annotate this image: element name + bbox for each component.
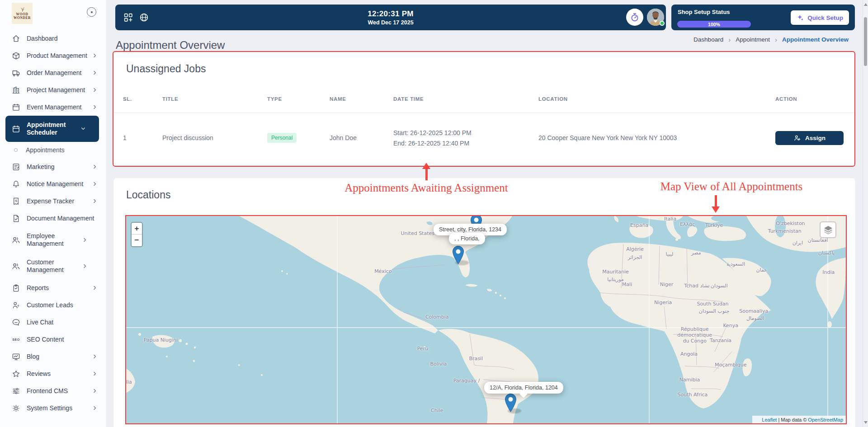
clock-time: 12:20:31 PM (368, 9, 414, 19)
chevron-right-icon (92, 353, 98, 360)
sidebar-item-reviews[interactable]: Reviews (0, 365, 106, 382)
sidebar-item-appointment-scheduler[interactable]: Appointment Scheduler (5, 116, 99, 142)
sidebar-item-employee-management[interactable]: Employee Management (0, 227, 106, 253)
popup-text: , , Florida, (454, 235, 480, 242)
map-country-label: الجزائر (628, 254, 642, 260)
sidebar-item-seo-content[interactable]: SEO Content (0, 331, 106, 348)
sliders-icon (12, 387, 20, 395)
shop-setup-progressbar[interactable]: 100% (677, 21, 751, 28)
end-datetime: End: 26-12-2025 12:40 PM (393, 140, 538, 147)
brand-logo[interactable]: WOOD WONDER (12, 3, 33, 24)
sidebar-item-document-management[interactable]: Document Management (0, 210, 106, 227)
chevron-right-icon (92, 198, 98, 204)
map-country-label: O'zbekiston (776, 221, 805, 226)
sparkles-icon (797, 14, 804, 22)
sidebar-item-label: System Settings (27, 404, 92, 412)
sidebar-item-label: Customer Management (27, 258, 82, 274)
map-country-label: India (822, 269, 835, 275)
sidebar-item-project-management[interactable]: Project Management (0, 81, 106, 99)
column-header-location: LOCATION (538, 96, 775, 102)
sidebar-nav: Dashboard Product Management Order Manag… (0, 30, 106, 417)
stopwatch-icon (630, 12, 640, 22)
shop-setup-panel: Shop Setup Status 100% Quick Setup (671, 5, 855, 30)
map-layers-control[interactable] (820, 221, 836, 238)
app-window: WOOD WONDER Dashboard Product Management… (0, 0, 868, 427)
breadcrumb-dashboard[interactable]: Dashboard (693, 36, 723, 43)
openstreetmap-link[interactable]: OpenStreetMap (808, 417, 843, 422)
map-marker[interactable] (505, 394, 516, 412)
chevron-right-icon (92, 388, 98, 394)
clock-date: Wed Dec 17 2025 (368, 19, 413, 26)
sidebar-item-reports[interactable]: Reports (0, 279, 106, 296)
annotation-arrow-up (422, 163, 430, 169)
sidebar-item-dashboard[interactable]: Dashboard (0, 30, 106, 47)
ukraine-flag-icon (755, 418, 760, 422)
shop-setup-title: Shop Setup Status (678, 9, 730, 15)
zoom-in-button[interactable]: + (132, 223, 142, 235)
map-country-label: Tchad تشاد (684, 283, 709, 289)
map-popup[interactable]: 12/A, Florida, Florida, 1204 (484, 382, 563, 394)
sidebar-item-blog[interactable]: Blog (0, 348, 106, 365)
table-row: 1 Project discussion Personal John Doe S… (113, 113, 854, 156)
map-zoom-control: + − (131, 222, 143, 247)
sidebar-item-expense-tracker[interactable]: Expense Tracker (0, 192, 106, 210)
unassigned-jobs-title: Unassigned Jobs (126, 63, 206, 75)
sidebar-item-label: Blog (27, 353, 92, 361)
leaflet-map[interactable]: United States México Colombia Perú Boliv… (126, 216, 846, 423)
map-popup[interactable]: , , Florida, (449, 233, 485, 244)
scroll-down-arrow[interactable] (864, 421, 868, 424)
chevron-right-icon (92, 371, 98, 377)
breadcrumb-appointment[interactable]: Appointment (736, 36, 770, 43)
vertical-scrollbar[interactable] (863, 0, 868, 427)
scrollbar-thumb[interactable] (864, 17, 867, 66)
sidebar-item-label: Appointments (26, 146, 98, 154)
popup-text: 12/A, Florida, Florida, 1204 (490, 385, 558, 391)
sidebar-item-marketing[interactable]: Marketing (0, 158, 106, 175)
annotation-arrow-shaft (715, 195, 717, 207)
cell-sl: 1 (123, 134, 162, 141)
cell-title: Project discussion (162, 134, 267, 141)
sidebar-collapse-button[interactable] (87, 7, 96, 17)
chevron-right-icon (92, 104, 98, 110)
sidebar-item-system-settings[interactable]: System Settings (0, 399, 106, 417)
map-country-label: Mauritanie (602, 269, 629, 275)
chevron-right-icon (92, 87, 98, 93)
map-marker[interactable] (453, 246, 464, 264)
sidebar-item-notice-management[interactable]: Notice Management (0, 175, 106, 192)
sidebar-item-event-management[interactable]: Event Management (0, 99, 106, 116)
sidebar-item-frontend-cms[interactable]: Frontend CMS (0, 382, 106, 399)
sidebar-item-customer-management[interactable]: Customer Management (0, 253, 106, 279)
calendar-icon (12, 103, 20, 112)
timer-button[interactable] (626, 9, 643, 26)
map-country-label: Bolivia (430, 361, 447, 367)
attribution-text: | Map data © (778, 417, 807, 422)
sidebar-item-customer-leads[interactable]: Customer Leads (0, 296, 106, 314)
column-header-datetime: DATE TIME (393, 96, 538, 102)
sidebar-item-order-management[interactable]: Order Management (0, 64, 106, 81)
quick-setup-button[interactable]: Quick Setup (791, 10, 849, 25)
sidebar-item-product-management[interactable]: Product Management (0, 47, 106, 64)
sidebar-item-appointments[interactable]: Appointments (0, 142, 106, 158)
map-country-label: Niger (660, 282, 674, 287)
cell-action: Assign (775, 131, 844, 145)
zoom-out-button[interactable]: − (132, 235, 142, 246)
map-country-label: Papua Niugini (144, 337, 178, 343)
leaflet-link[interactable]: Leaflet (762, 417, 777, 422)
sidebar-item-live-chat[interactable]: Live Chat (0, 314, 106, 331)
users-icon (12, 236, 20, 244)
cell-datetime: Start: 26-12-2025 12:00 PM End: 26-12-20… (393, 126, 538, 150)
users-icon (12, 262, 20, 271)
document-check-icon (12, 214, 20, 223)
person-question-icon (12, 301, 20, 310)
assign-button[interactable]: Assign (775, 131, 844, 145)
sidebar-item-label: Event Management (27, 103, 92, 111)
scroll-up-arrow[interactable] (864, 3, 868, 6)
map-country-label: السعودية (726, 261, 745, 267)
map-country-label: Brasil (469, 355, 483, 361)
map-country-label: Perú (417, 345, 429, 351)
locations-title: Locations (126, 189, 170, 201)
sidebar-item-label: Notice Management (27, 180, 92, 188)
sidebar-item-label: Appointment Scheduler (27, 121, 80, 136)
assign-label: Assign (805, 135, 826, 141)
map-country-label: Nigeria (654, 299, 672, 305)
